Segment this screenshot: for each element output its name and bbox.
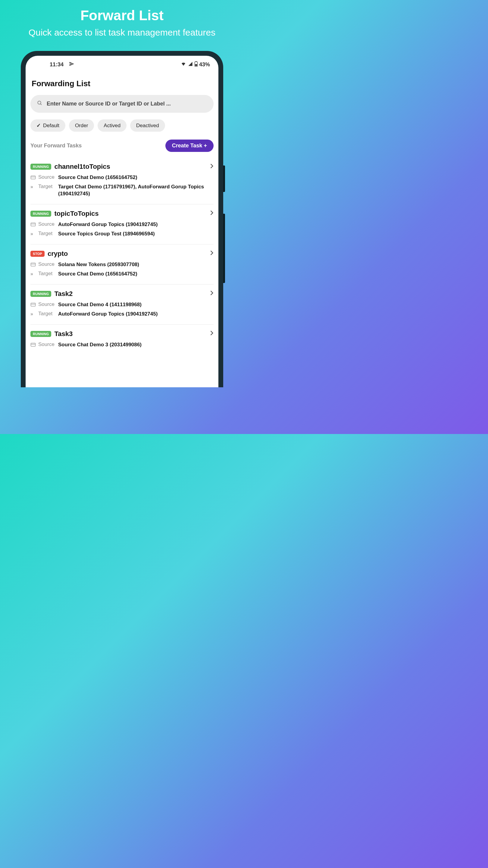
task-name: Task3 — [54, 330, 207, 338]
source-label: Source — [38, 341, 56, 347]
phone-screen: 11:34 43% Forwarding List — [26, 56, 218, 387]
source-value: Source Chat Demo 4 (1411198968) — [58, 301, 214, 308]
status-badge: RUNNING — [30, 331, 51, 337]
source-label: Source — [38, 174, 56, 180]
source-value: Source Chat Demo 3 (2031499086) — [58, 341, 214, 348]
filter-chip-actived[interactable]: Actived — [98, 119, 127, 132]
task-name: Task2 — [54, 290, 207, 298]
filter-chip-label: Deactived — [136, 123, 159, 129]
svg-rect-7 — [31, 223, 36, 226]
folder-icon — [30, 222, 36, 228]
search-box[interactable] — [30, 95, 214, 113]
task-item[interactable]: RUNNINGTask3SourceSource Chat Demo 3 (20… — [30, 324, 214, 355]
svg-rect-5 — [31, 176, 36, 179]
phone-side-button — [223, 214, 225, 283]
search-input[interactable] — [47, 101, 207, 107]
filter-chip-default[interactable]: ✓Default — [30, 119, 65, 132]
battery-icon — [194, 61, 198, 68]
wifi-icon — [181, 61, 187, 68]
promo-title: Forward List — [0, 7, 244, 24]
svg-rect-2 — [195, 64, 197, 66]
arrow-double-right-icon: » — [30, 184, 36, 190]
target-value: Target Chat Demo (1716791967), AutoForwa… — [58, 184, 214, 197]
arrow-double-right-icon: » — [30, 231, 36, 237]
svg-rect-11 — [31, 303, 36, 306]
task-item[interactable]: RUNNINGtopicToTopicsSourceAutoForward Go… — [30, 204, 214, 244]
check-icon: ✓ — [36, 122, 41, 129]
source-value: AutoForward Gorup Topics (1904192745) — [58, 221, 214, 228]
status-bar: 11:34 43% — [26, 56, 218, 70]
status-badge: STOP — [30, 251, 44, 257]
chevron-right-icon — [210, 210, 214, 217]
target-value: Source Topics Group Test (1894696594) — [58, 230, 214, 238]
status-time: 11:34 — [50, 61, 64, 68]
phone-side-button — [223, 165, 225, 192]
signal-icon — [188, 61, 193, 68]
chevron-right-icon — [210, 250, 214, 257]
chevron-right-icon — [210, 163, 214, 170]
arrow-double-right-icon: » — [30, 271, 36, 277]
status-badge: RUNNING — [30, 211, 51, 217]
target-label: Target — [38, 311, 56, 317]
promo-subtitle: Quick access to list task management fea… — [0, 27, 244, 38]
filter-chip-deactived[interactable]: Deactived — [130, 119, 165, 132]
target-label: Target — [38, 230, 56, 237]
page-title: Forwarding List — [30, 79, 214, 88]
task-name: crypto — [47, 250, 207, 258]
search-icon — [37, 100, 42, 107]
status-badge: RUNNING — [30, 291, 51, 297]
folder-icon — [30, 302, 36, 308]
target-label: Target — [38, 271, 56, 277]
folder-icon — [30, 175, 36, 181]
phone-frame: 11:34 43% Forwarding List — [21, 51, 223, 387]
task-item[interactable]: STOPcryptoSourceSolana New Tokens (20593… — [30, 244, 214, 284]
filter-row: ✓DefaultOrderActivedDeactived — [30, 119, 214, 132]
create-task-button[interactable]: Create Task + — [165, 140, 214, 152]
task-item[interactable]: RUNNINGTask2SourceSource Chat Demo 4 (14… — [30, 284, 214, 324]
section-label: Your Forward Tasks — [30, 143, 82, 149]
send-icon — [69, 61, 74, 68]
arrow-double-right-icon: » — [30, 311, 36, 317]
task-item[interactable]: RUNNINGchannel1toTopicsSourceSource Chat… — [30, 157, 214, 204]
filter-chip-label: Default — [43, 123, 59, 129]
source-label: Source — [38, 301, 56, 307]
chevron-right-icon — [210, 330, 214, 337]
source-label: Source — [38, 221, 56, 227]
folder-icon — [30, 262, 36, 268]
target-label: Target — [38, 184, 56, 190]
chevron-right-icon — [210, 290, 214, 297]
filter-chip-order[interactable]: Order — [69, 119, 94, 132]
svg-point-3 — [38, 101, 41, 104]
folder-icon — [30, 342, 36, 348]
svg-line-4 — [40, 104, 41, 105]
target-value: Source Chat Demo (1656164752) — [58, 271, 214, 278]
source-label: Source — [38, 261, 56, 267]
status-battery: 43% — [199, 61, 210, 68]
filter-chip-label: Order — [75, 123, 88, 129]
task-name: topicToTopics — [54, 210, 207, 218]
svg-rect-9 — [31, 263, 36, 266]
target-value: AutoForward Gorup Topics (1904192745) — [58, 311, 214, 318]
svg-rect-1 — [195, 61, 197, 62]
source-value: Solana New Tokens (2059307708) — [58, 261, 214, 268]
source-value: Source Chat Demo (1656164752) — [58, 174, 214, 181]
task-name: channel1toTopics — [54, 163, 207, 170]
status-badge: RUNNING — [30, 164, 51, 170]
filter-chip-label: Actived — [104, 123, 121, 129]
svg-rect-13 — [31, 343, 36, 346]
